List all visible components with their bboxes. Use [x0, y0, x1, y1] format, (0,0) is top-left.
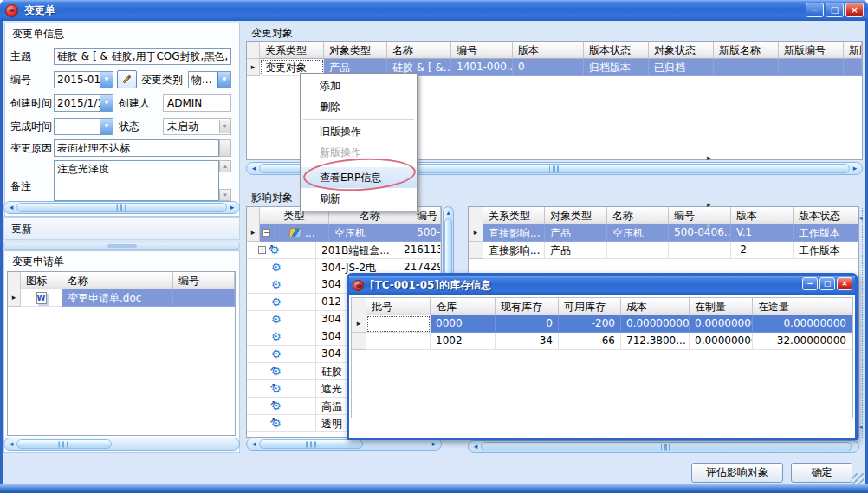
cell-batch[interactable]: [366, 333, 431, 350]
affected-horizontal-scrollbar[interactable]: ◂: [468, 440, 859, 453]
cell-version[interactable]: -2: [731, 242, 794, 259]
menu-item-delete[interactable]: 删除: [301, 96, 417, 117]
column-header[interactable]: 图标: [21, 272, 62, 289]
menu-item-old-version[interactable]: 旧版操作: [301, 121, 417, 142]
evaluate-affected-button[interactable]: 评估影响对象: [691, 463, 783, 483]
cell-warehouse[interactable]: 0000: [431, 315, 496, 333]
column-header[interactable]: 现有库存: [496, 298, 559, 315]
column-header[interactable]: 在制量: [690, 298, 753, 315]
cell-relation-type[interactable]: 直接影响...: [483, 242, 545, 259]
column-header[interactable]: 名称: [62, 272, 173, 289]
scroll-right-icon[interactable]: ▸: [849, 163, 861, 174]
update-button[interactable]: 更新: [3, 217, 240, 240]
scroll-left-icon[interactable]: ◂: [5, 202, 17, 213]
column-header[interactable]: 关系类型: [483, 207, 545, 224]
cell-new-name[interactable]: [714, 59, 779, 76]
cell-cost[interactable]: 0.00000000: [621, 315, 690, 333]
form-horizontal-scrollbar[interactable]: ◂ ▸: [3, 201, 240, 214]
cell-in-transit[interactable]: 32.00000000: [753, 333, 852, 350]
table-row[interactable]: ▸ 0000 0 -200 0.00000000 0.00000000 0.00…: [352, 315, 852, 333]
collapse-left-icon[interactable]: ◂: [859, 215, 863, 222]
column-header[interactable]: 新版: [844, 42, 862, 59]
minimize-icon[interactable]: −: [802, 277, 818, 290]
table-row[interactable]: 1002 34 66 712.3800... 0.00000000 32.000…: [352, 333, 852, 350]
cell-object-type[interactable]: 产品: [545, 242, 607, 259]
scrollbar-thumb[interactable]: [16, 203, 227, 212]
close-icon[interactable]: ×: [837, 277, 852, 290]
cell-in-production[interactable]: 0.00000000: [690, 315, 753, 333]
menu-item-add[interactable]: 添加: [301, 75, 417, 96]
remark-textarea[interactable]: 注意光泽度: [54, 160, 219, 201]
tree-item-name[interactable]: 201B端钮盒...: [316, 242, 398, 259]
table-row[interactable]: 直接影响... 产品 -2 工作版本: [469, 242, 858, 259]
chevron-down-icon[interactable]: ▾: [100, 72, 113, 88]
cell-new-version[interactable]: [844, 59, 862, 76]
column-header[interactable]: 成本: [621, 298, 690, 315]
scroll-left-icon[interactable]: ◂: [248, 438, 260, 450]
cell-object-type[interactable]: 产品: [545, 224, 607, 242]
expand-plus-icon[interactable]: +: [258, 246, 266, 254]
table-row[interactable]: ▸ 直接影响... 产品 空压机 500-0406... V.1 工作版本: [469, 224, 858, 242]
chevron-down-icon[interactable]: ▾: [217, 72, 230, 88]
column-header[interactable]: 名称: [387, 42, 451, 59]
scroll-up-icon[interactable]: ▴: [444, 208, 453, 218]
minimize-icon[interactable]: −: [806, 3, 824, 17]
column-header[interactable]: 名称: [607, 207, 669, 224]
scroll-up-icon[interactable]: ▴: [219, 160, 231, 172]
column-header[interactable]: 对象状态: [649, 42, 714, 59]
cell-version-status[interactable]: 工作版本: [794, 224, 858, 242]
column-header[interactable]: 版本状态: [794, 207, 858, 224]
cell-name[interactable]: [607, 242, 669, 259]
scrollbar-thumb[interactable]: [481, 442, 852, 451]
tree-item-name[interactable]: 空压机: [329, 224, 411, 242]
maximize-icon[interactable]: □: [826, 3, 844, 17]
scrollbar-thumb[interactable]: [259, 439, 363, 449]
cell-warehouse[interactable]: 1002: [431, 333, 496, 350]
column-header[interactable]: 新版编号: [779, 42, 844, 59]
column-header[interactable]: 关系类型: [260, 42, 324, 59]
cell-relation-type[interactable]: 直接影响...: [483, 224, 545, 242]
column-header[interactable]: 版本: [513, 42, 584, 59]
subject-input[interactable]: [54, 48, 231, 65]
chevron-down-icon[interactable]: ▾: [100, 95, 113, 111]
horizontal-splitter[interactable]: [3, 243, 240, 250]
scroll-left-icon[interactable]: ◂: [5, 438, 17, 450]
column-header[interactable]: 编号: [669, 207, 731, 224]
cell-version[interactable]: 0: [513, 59, 584, 76]
cell-cost[interactable]: 712.3800...: [621, 333, 690, 350]
cell-version[interactable]: V.1: [731, 224, 794, 242]
request-horizontal-scrollbar[interactable]: ◂: [3, 438, 240, 451]
cell-available[interactable]: -200: [559, 315, 621, 333]
collapse-left-icon[interactable]: ◂: [859, 424, 863, 431]
cell-version-status[interactable]: 归档版本: [584, 59, 649, 76]
column-header[interactable]: 对象类型: [545, 207, 607, 224]
tree-row[interactable]: ▸ − ... 空压机 500-0406: [247, 224, 441, 242]
cell-on-hand[interactable]: 34: [496, 333, 559, 350]
number-combo[interactable]: 2015-01- ▾: [54, 71, 113, 88]
change-type-combo[interactable]: 物... ▾: [188, 71, 231, 88]
column-header[interactable]: 可用库存: [559, 298, 621, 315]
cell-name[interactable]: 空压机: [607, 224, 669, 242]
ok-button[interactable]: 确定: [791, 463, 852, 483]
scroll-down-icon[interactable]: ▾: [219, 189, 231, 201]
column-header[interactable]: 编号: [451, 42, 513, 59]
close-icon[interactable]: ×: [845, 3, 864, 17]
tree-row[interactable]: + ⚙↗ 201B端钮盒... 21611304: [247, 242, 441, 259]
scroll-right-icon[interactable]: ▸: [226, 202, 238, 213]
scrollbar-thumb[interactable]: [16, 439, 112, 449]
column-header[interactable]: 新版名称: [714, 42, 779, 59]
cell-number[interactable]: [669, 242, 731, 259]
cell-version-status[interactable]: 工作版本: [794, 242, 858, 259]
maximize-icon[interactable]: □: [819, 277, 835, 290]
cell-in-production[interactable]: 0.00000000: [690, 333, 753, 350]
cell-batch[interactable]: [366, 315, 431, 333]
column-header[interactable]: 编号: [173, 272, 235, 289]
request-doc-name[interactable]: 变更申请单.doc: [62, 289, 173, 307]
column-header[interactable]: 版本: [731, 207, 794, 224]
chevron-down-icon[interactable]: ▾: [100, 119, 113, 134]
column-header[interactable]: 对象类型: [324, 42, 387, 59]
cell-object-status[interactable]: 已归档: [649, 59, 714, 76]
cell-number[interactable]: 1401-000...: [451, 59, 513, 76]
expand-minus-icon[interactable]: −: [262, 229, 270, 237]
cell-new-number[interactable]: [779, 59, 844, 76]
